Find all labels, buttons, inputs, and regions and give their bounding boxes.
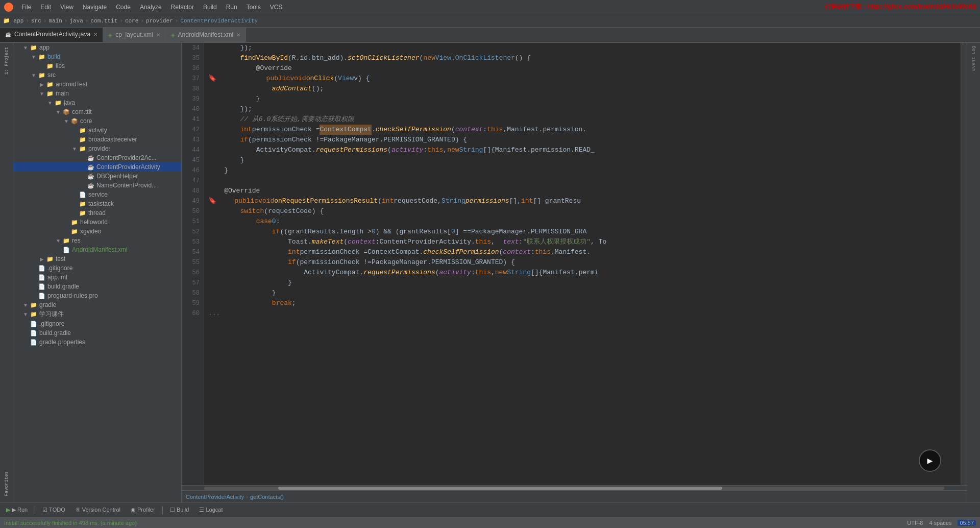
tree-taskstack[interactable]: 📁 taskstack	[13, 199, 181, 208]
breadcrumb-core[interactable]: core	[125, 18, 138, 24]
tree-build[interactable]: ▼ 📁 build	[13, 52, 181, 61]
tab-close-xml1[interactable]: ✕	[156, 32, 160, 38]
status-indent[interactable]: 4 spaces	[929, 520, 951, 526]
code-line-43: if (permissionCheck != PackageManager.PE…	[208, 135, 957, 145]
gitignore-icon-1: 📄	[38, 264, 46, 272]
tree-buildgradle-app[interactable]: 📄 build.gradle	[13, 282, 181, 291]
tree-label-gradle: gradle	[39, 301, 56, 308]
code-line-57: }	[208, 278, 957, 288]
menu-tools[interactable]: Tools	[242, 3, 265, 12]
tree-appiml[interactable]: 📄 app.iml	[13, 273, 181, 282]
logcat-button[interactable]: ☰ Logcat	[196, 506, 226, 514]
menu-vcs[interactable]: VCS	[266, 3, 287, 12]
tree-buildgradle-root[interactable]: 📄 build.gradle	[13, 328, 181, 338]
manifest-icon: 📄	[62, 246, 70, 254]
tree-broadcastreceiver[interactable]: 📁 broadcastreceiver	[13, 135, 181, 144]
tree-contentprovider2[interactable]: ☕ ContentProvider2Ac...	[13, 153, 181, 162]
bottom-nav-file[interactable]: ContentProviderActivity	[186, 494, 244, 500]
tree-test[interactable]: ▶ 📁 test	[13, 254, 181, 263]
tree-libs[interactable]: 📁 libs	[13, 61, 181, 70]
code-line-45: }	[208, 155, 957, 165]
status-linecol[interactable]: 05:57	[958, 520, 976, 526]
menu-code[interactable]: Code	[112, 3, 135, 12]
breadcrumb-provider[interactable]: provider	[146, 18, 173, 24]
tree-java[interactable]: ▼ 📁 java	[13, 98, 181, 107]
tree-namecontentprovid[interactable]: ☕ NameContentProvid...	[13, 181, 181, 190]
java-file-icon-3: ☕	[87, 172, 95, 180]
video-play-button[interactable]: ▶	[919, 449, 941, 472]
tab-contentprovideractivity[interactable]: ☕ ContentProviderActivity.java ✕	[0, 28, 103, 42]
breadcrumb-com[interactable]: com.ttit	[90, 18, 117, 24]
build-button[interactable]: ☐ Build	[167, 506, 192, 514]
tree-core[interactable]: ▼ 📦 core	[13, 116, 181, 126]
tree-src[interactable]: ▼ 📁 src	[13, 70, 181, 80]
profiler-button[interactable]: ◉ Profiler	[128, 506, 158, 514]
folder-icon-src: 📁	[38, 71, 46, 79]
tab-close-xml2[interactable]: ✕	[236, 32, 240, 38]
menu-build[interactable]: Build	[199, 3, 221, 12]
code-content[interactable]: }); findViewById(R.id.btn_add).setOnClic…	[204, 43, 961, 485]
package-icon-comttit: 📦	[62, 108, 70, 116]
menu-edit[interactable]: Edit	[36, 3, 55, 12]
run-button[interactable]: ▶ ▶ Run	[3, 506, 31, 514]
breadcrumb-main[interactable]: main	[48, 18, 62, 24]
tree-gradleprops[interactable]: 📄 gradle.properties	[13, 338, 181, 347]
tree-contentprovideractivity[interactable]: ☕ ContentProviderActivity	[13, 162, 181, 172]
todo-button[interactable]: ☑ TODO	[39, 506, 68, 514]
tree-helloworld[interactable]: 📁 helloworld	[13, 218, 181, 227]
tab-androidmanifest[interactable]: ◈ AndroidManifest.xml ✕	[166, 28, 247, 42]
favorites-icon[interactable]: Favorites	[1, 469, 12, 498]
breadcrumb-activity[interactable]: ContentProviderActivity	[180, 18, 258, 24]
props-icon: 📄	[30, 338, 38, 346]
code-scroll[interactable]: 34 35 36 37 38 39 40 41 42 43 44 45 46 4…	[182, 43, 967, 485]
breadcrumb-app[interactable]: 📁 app	[3, 17, 23, 24]
editor-area: 34 35 36 37 38 39 40 41 42 43 44 45 46 4…	[182, 43, 967, 502]
tab-cplayout[interactable]: ◈ cp_layout.xml ✕	[103, 28, 165, 42]
tree-androidtest[interactable]: ▶ 📁 androidTest	[13, 80, 181, 89]
menu-view[interactable]: View	[56, 3, 78, 12]
proguard-icon: 📄	[38, 292, 46, 300]
folder-icon-main: 📁	[46, 89, 54, 98]
code-line-55: if (permissionCheck != PackageManager.PE…	[208, 257, 957, 268]
tree-app[interactable]: ▼ 📁 app	[13, 43, 181, 52]
menu-file[interactable]: File	[17, 3, 35, 12]
project-panel-icon[interactable]: 1: Project	[1, 45, 12, 77]
menu-run[interactable]: Run	[222, 3, 241, 12]
tree-gitignore-root[interactable]: 📄 .gitignore	[13, 319, 181, 328]
tree-label-ncp: NameContentProvid...	[96, 182, 157, 189]
breadcrumb-java[interactable]: java	[69, 18, 83, 24]
tree-androidmanifest[interactable]: 📄 AndroidManifest.xml	[13, 245, 181, 254]
folder-icon-broadcast: 📁	[79, 135, 87, 143]
tree-label-broadcast: broadcastreceiver	[88, 136, 137, 143]
tree-thread[interactable]: 📁 thread	[13, 208, 181, 218]
vc-label: ⑨ Version Control	[76, 507, 120, 513]
scrollbar-thumb[interactable]	[278, 487, 722, 490]
tree-xgvideo[interactable]: 📁 xgvideo	[13, 227, 181, 236]
scrollbar-track[interactable]	[204, 487, 944, 490]
horizontal-scrollbar[interactable]	[182, 485, 967, 490]
tree-res[interactable]: ▼ 📁 res	[13, 236, 181, 245]
tree-gradle[interactable]: ▼ 📁 gradle	[13, 300, 181, 309]
tree-comttit[interactable]: ▼ 📦 com.ttit	[13, 107, 181, 116]
scroll-indicator[interactable]	[961, 43, 967, 485]
tree-gitignore-app[interactable]: 📄 .gitignore	[13, 263, 181, 273]
tab-close-java[interactable]: ✕	[93, 32, 97, 37]
tree-courses[interactable]: ▼ 📁 学习课件	[13, 309, 181, 319]
tree-proguard[interactable]: 📄 proguard-rules.pro	[13, 291, 181, 300]
menu-navigate[interactable]: Navigate	[79, 3, 111, 12]
tree-dbopenhelper[interactable]: ☕ DBOpenHelper	[13, 172, 181, 181]
event-log-icon[interactable]: Event Log	[971, 46, 976, 71]
breadcrumb-src[interactable]: src	[31, 18, 41, 24]
menu-refactor[interactable]: Refactor	[167, 3, 198, 12]
iml-icon: 📄	[38, 273, 46, 281]
tree-provider[interactable]: ▼ 📁 provider	[13, 144, 181, 153]
tree-service[interactable]: 📄 service	[13, 190, 181, 199]
version-control-button[interactable]: ⑨ Version Control	[72, 506, 124, 514]
status-encoding[interactable]: UTF-8	[907, 520, 923, 526]
separator-2	[162, 506, 163, 514]
tree-main[interactable]: ▼ 📁 main	[13, 89, 181, 98]
menu-analyze[interactable]: Analyze	[136, 3, 166, 12]
bottom-nav-method[interactable]: getContacts()	[250, 494, 284, 500]
helloworld-icon: 📁	[70, 218, 79, 226]
tree-activity[interactable]: 📁 activity	[13, 126, 181, 135]
